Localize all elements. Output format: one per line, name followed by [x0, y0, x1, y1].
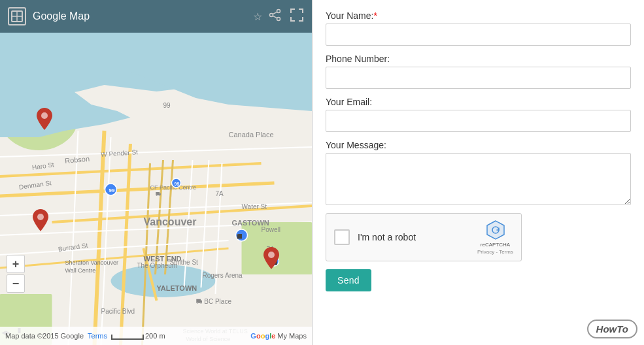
star-icon[interactable]: ☆ — [253, 10, 262, 23]
map-panel: Google Map ☆ — [0, 0, 313, 345]
svg-text:Canada Place: Canada Place — [229, 131, 274, 139]
svg-text:Powell: Powell — [262, 226, 280, 233]
recaptcha-terms-link[interactable]: Terms — [499, 249, 513, 255]
email-field-group: Your Email: — [326, 97, 631, 132]
map-container[interactable]: Haro St Denman St Robson W Pender St Can… — [0, 33, 312, 345]
phone-label: Phone Number: — [326, 54, 631, 64]
svg-text:99: 99 — [175, 182, 180, 186]
svg-text:⬛: ⬛ — [237, 233, 243, 239]
svg-text:⛟ BC Place: ⛟ BC Place — [196, 298, 232, 305]
name-label: Your Name:* — [326, 10, 631, 21]
message-field-group: Your Message: — [326, 140, 631, 205]
map-toolbar: Google Map ☆ — [0, 0, 312, 33]
recaptcha-logo: reCAPTCHA Privacy - Terms — [477, 220, 513, 255]
map-footer: Map data ©2015 Google Terms 200 m Google… — [0, 327, 312, 345]
svg-text:YALETOWN: YALETOWN — [157, 284, 197, 292]
svg-point-5 — [277, 17, 280, 20]
map-zoom-controls: + − — [7, 255, 25, 293]
svg-point-72 — [37, 214, 44, 220]
svg-line-7 — [273, 16, 277, 18]
message-textarea[interactable] — [326, 153, 631, 205]
google-maps-logo: Google My Maps — [250, 332, 307, 340]
phone-input[interactable] — [326, 67, 631, 89]
svg-text:Wall Centre: Wall Centre — [65, 267, 96, 274]
zoom-in-button[interactable]: + — [7, 255, 25, 273]
email-input[interactable] — [326, 110, 631, 132]
svg-point-3 — [277, 9, 280, 12]
recaptcha-privacy-link[interactable]: Privacy — [477, 249, 494, 255]
svg-text:Sheraton Vancouver: Sheraton Vancouver — [65, 259, 118, 266]
recaptcha-label: I'm not a robot — [358, 232, 469, 242]
svg-text:99: 99 — [109, 188, 115, 193]
form-panel: Your Name:* Phone Number: Your Email: Yo… — [313, 0, 644, 345]
svg-line-6 — [273, 12, 277, 14]
name-field-group: Your Name:* — [326, 10, 631, 46]
scale-label: 200 m — [145, 332, 165, 340]
map-pin-1[interactable] — [37, 108, 52, 132]
recaptcha-checkbox[interactable] — [334, 229, 350, 245]
svg-point-4 — [270, 13, 273, 16]
map-copyright: Map data ©2015 Google — [5, 332, 84, 340]
svg-text:Water St: Water St — [242, 203, 267, 210]
map-title: Google Map — [33, 10, 246, 22]
scale-bar: 200 m — [111, 332, 165, 340]
svg-point-13 — [111, 265, 216, 297]
map-icon — [8, 7, 26, 25]
name-input[interactable] — [326, 24, 631, 46]
svg-text:Vancouver: Vancouver — [144, 216, 197, 227]
recaptcha-widget: I'm not a robot reCAPTCHA Privacy - Term… — [326, 213, 522, 261]
svg-text:⛟: ⛟ — [156, 191, 161, 197]
map-pin-3[interactable] — [263, 247, 279, 271]
fullscreen-icon[interactable] — [290, 8, 304, 25]
svg-text:99: 99 — [163, 102, 171, 109]
recaptcha-brand-text: reCAPTCHA — [481, 242, 510, 248]
map-pin-2[interactable] — [33, 209, 48, 233]
zoom-out-button[interactable]: − — [7, 274, 25, 293]
svg-text:Pacific Blvd: Pacific Blvd — [101, 308, 135, 315]
svg-point-73 — [268, 252, 275, 258]
recaptcha-icon — [485, 220, 506, 240]
send-button[interactable]: Send — [326, 269, 371, 291]
email-label: Your Email: — [326, 97, 631, 107]
svg-text:7A: 7A — [216, 190, 224, 197]
map-terms-link[interactable]: Terms — [88, 332, 107, 340]
message-label: Your Message: — [326, 140, 631, 150]
map-actions — [269, 8, 304, 25]
svg-point-71 — [41, 112, 48, 119]
recaptcha-links: Privacy - Terms — [477, 249, 513, 255]
howto-badge: HowTo — [587, 320, 637, 338]
svg-text:Smithe St: Smithe St — [170, 259, 199, 266]
phone-field-group: Phone Number: — [326, 54, 631, 89]
svg-text:Rogers Arena: Rogers Arena — [203, 272, 243, 279]
share-icon[interactable] — [269, 8, 282, 25]
